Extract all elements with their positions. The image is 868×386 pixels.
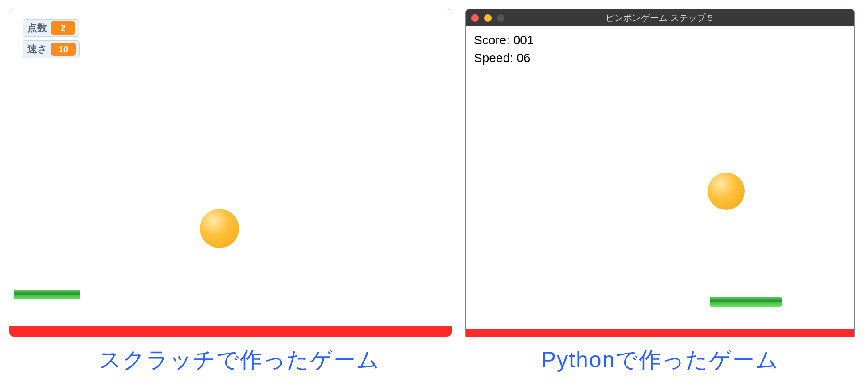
comparison-container: 点数 2 速さ 10 スクラッチで作ったゲーム ピンポンゲーム ステップ５ [0, 0, 868, 375]
window-titlebar[interactable]: ピンポンゲーム ステップ５ [466, 9, 854, 26]
python-paddle [710, 297, 782, 307]
python-panel: ピンポンゲーム ステップ５ Score: 001 Speed: 06 Pytho… [465, 9, 855, 375]
minimize-icon[interactable] [484, 14, 492, 22]
variable-score-value: 2 [51, 21, 75, 35]
scratch-panel: 点数 2 速さ 10 スクラッチで作ったゲーム [9, 9, 452, 375]
variable-speed-value: 10 [51, 43, 76, 56]
variable-speed-label: 速さ [27, 43, 47, 56]
python-ball [708, 173, 745, 210]
scratch-caption: スクラッチで作ったゲーム [27, 345, 452, 375]
ball-sprite[interactable] [200, 209, 239, 248]
maximize-icon[interactable] [497, 14, 504, 22]
traffic-lights [471, 14, 504, 22]
python-score-text: Score: 001 [474, 33, 534, 47]
close-icon[interactable] [471, 14, 479, 22]
window-title: ピンポンゲーム ステップ５ [466, 12, 854, 24]
floor-sprite [9, 326, 452, 337]
python-window[interactable]: ピンポンゲーム ステップ５ Score: 001 Speed: 06 [465, 9, 855, 337]
paddle-sprite[interactable] [14, 290, 80, 299]
variable-score[interactable]: 点数 2 [23, 19, 79, 37]
variable-speed[interactable]: 速さ 10 [23, 40, 80, 58]
scratch-stage[interactable]: 点数 2 速さ 10 [9, 9, 452, 337]
variable-score-label: 点数 [27, 21, 47, 35]
python-floor [466, 329, 854, 337]
python-caption: Pythonで作ったゲーム [465, 345, 855, 375]
python-speed-text: Speed: 06 [474, 51, 531, 65]
python-canvas[interactable]: Score: 001 Speed: 06 [466, 26, 854, 337]
